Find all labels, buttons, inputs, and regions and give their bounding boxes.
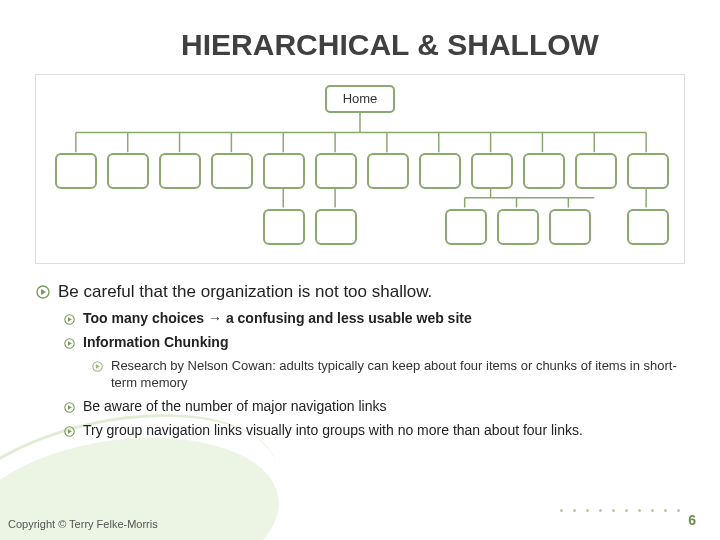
slide-title: HIERARCHICAL & SHALLOW bbox=[0, 0, 720, 74]
content-area: Be careful that the organization is not … bbox=[0, 264, 720, 440]
node bbox=[315, 153, 357, 189]
arrow-icon: → bbox=[208, 310, 222, 326]
bullet-icon bbox=[64, 312, 75, 328]
node bbox=[575, 153, 617, 189]
copyright-footer: Copyright © Terry Felke-Morris bbox=[8, 518, 158, 530]
bullet-icon bbox=[64, 424, 75, 440]
node bbox=[159, 153, 201, 189]
slide: HIERARCHICAL & SHALLOW Home bbox=[0, 0, 720, 540]
text-fragment: Too many choices bbox=[83, 310, 208, 326]
bullet-level2: Try group navigation links visually into… bbox=[64, 422, 684, 440]
bullet-icon bbox=[64, 400, 75, 416]
node bbox=[211, 153, 253, 189]
bullet-text: Try group navigation links visually into… bbox=[83, 422, 583, 438]
dot-decor bbox=[560, 509, 680, 512]
home-node: Home bbox=[325, 85, 395, 113]
bullet-level2: Too many choices → a confusing and less … bbox=[64, 310, 684, 328]
node bbox=[107, 153, 149, 189]
bullet-text: Be aware of the number of major navigati… bbox=[83, 398, 387, 414]
node bbox=[471, 153, 513, 189]
node bbox=[315, 209, 357, 245]
bullet-level1: Be careful that the organization is not … bbox=[36, 282, 684, 304]
bullet-icon bbox=[92, 360, 103, 377]
node bbox=[263, 209, 305, 245]
bullet-level2: Be aware of the number of major navigati… bbox=[64, 398, 684, 416]
bullet-icon bbox=[64, 336, 75, 352]
node bbox=[55, 153, 97, 189]
node bbox=[497, 209, 539, 245]
bullet-text: Be careful that the organization is not … bbox=[58, 282, 432, 302]
node bbox=[419, 153, 461, 189]
text-fragment: a confusing and less usable web site bbox=[222, 310, 472, 326]
node bbox=[263, 153, 305, 189]
node bbox=[627, 153, 669, 189]
page-number: 6 bbox=[688, 512, 696, 528]
node bbox=[627, 209, 669, 245]
node bbox=[549, 209, 591, 245]
bullet-icon bbox=[36, 284, 50, 304]
node bbox=[445, 209, 487, 245]
hierarchy-diagram: Home bbox=[35, 74, 685, 264]
bullet-text: Information Chunking bbox=[83, 334, 228, 350]
node bbox=[523, 153, 565, 189]
bullet-level2: Information Chunking bbox=[64, 334, 684, 352]
node bbox=[367, 153, 409, 189]
bullet-text: Research by Nelson Cowan: adults typical… bbox=[111, 358, 684, 392]
bullet-level3: Research by Nelson Cowan: adults typical… bbox=[92, 358, 684, 392]
bullet-text: Too many choices → a confusing and less … bbox=[83, 310, 472, 326]
